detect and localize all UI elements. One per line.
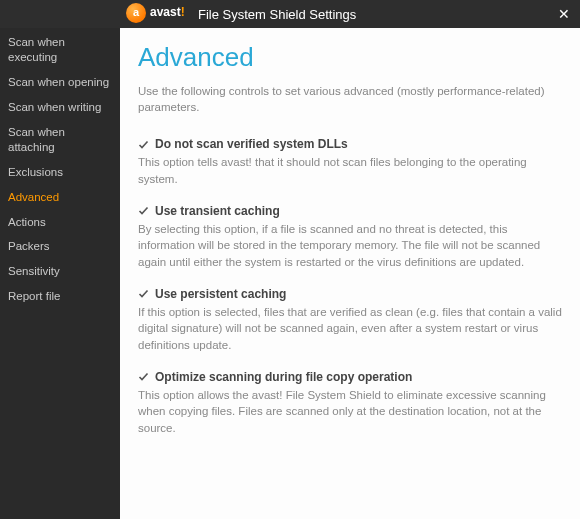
option-block: Optimize scanning during file copy opera… (138, 370, 562, 437)
checkbox-icon[interactable] (138, 371, 149, 382)
sidebar-item-label: Report file (8, 290, 60, 302)
option-row: Use persistent caching (138, 287, 562, 301)
sidebar-item-scan-when-attaching[interactable]: Scan when attaching (0, 120, 120, 160)
sidebar: Scan when executingScan when openingScan… (0, 28, 120, 519)
checkbox-icon[interactable] (138, 139, 149, 150)
sidebar-item-scan-when-writing[interactable]: Scan when writing (0, 95, 120, 120)
page-subtitle: Use the following controls to set variou… (138, 83, 562, 115)
sidebar-item-label: Scan when executing (8, 36, 65, 63)
page-title: Advanced (138, 42, 562, 73)
option-label[interactable]: Use transient caching (155, 204, 280, 218)
window-body: Scan when executingScan when openingScan… (0, 28, 580, 519)
close-button[interactable]: ✕ (554, 4, 574, 24)
sidebar-item-advanced[interactable]: Advanced (0, 185, 120, 210)
option-label[interactable]: Do not scan verified system DLLs (155, 137, 348, 151)
option-row: Use transient caching (138, 204, 562, 218)
option-label[interactable]: Optimize scanning during file copy opera… (155, 370, 412, 384)
sidebar-item-label: Advanced (8, 191, 59, 203)
sidebar-item-scan-when-opening[interactable]: Scan when opening (0, 70, 120, 95)
sidebar-item-exclusions[interactable]: Exclusions (0, 160, 120, 185)
sidebar-item-label: Sensitivity (8, 265, 60, 277)
sidebar-item-label: Packers (8, 240, 50, 252)
content-pane: Advanced Use the following controls to s… (120, 28, 580, 519)
option-description: By selecting this option, if a file is s… (138, 221, 562, 271)
sidebar-item-label: Scan when attaching (8, 126, 65, 153)
sidebar-item-scan-when-executing[interactable]: Scan when executing (0, 30, 120, 70)
option-block: Use transient cachingBy selecting this o… (138, 204, 562, 271)
option-row: Do not scan verified system DLLs (138, 137, 562, 151)
window-title: File System Shield Settings (198, 7, 356, 22)
brand-text: avast! (150, 5, 185, 19)
option-description: This option allows the avast! File Syste… (138, 387, 562, 437)
sidebar-item-packers[interactable]: Packers (0, 234, 120, 259)
option-description: This option tells avast! that it should … (138, 154, 562, 187)
sidebar-item-sensitivity[interactable]: Sensitivity (0, 259, 120, 284)
brand-logo-icon: a (126, 3, 146, 23)
option-row: Optimize scanning during file copy opera… (138, 370, 562, 384)
option-label[interactable]: Use persistent caching (155, 287, 286, 301)
sidebar-item-actions[interactable]: Actions (0, 210, 120, 235)
titlebar: a avast! File System Shield Settings ✕ (0, 0, 580, 28)
option-description: If this option is selected, files that a… (138, 304, 562, 354)
sidebar-item-label: Actions (8, 216, 46, 228)
checkbox-icon[interactable] (138, 288, 149, 299)
option-block: Use persistent cachingIf this option is … (138, 287, 562, 354)
sidebar-item-label: Exclusions (8, 166, 63, 178)
option-block: Do not scan verified system DLLsThis opt… (138, 137, 562, 187)
sidebar-item-report-file[interactable]: Report file (0, 284, 120, 309)
checkbox-icon[interactable] (138, 205, 149, 216)
sidebar-item-label: Scan when opening (8, 76, 109, 88)
sidebar-item-label: Scan when writing (8, 101, 101, 113)
